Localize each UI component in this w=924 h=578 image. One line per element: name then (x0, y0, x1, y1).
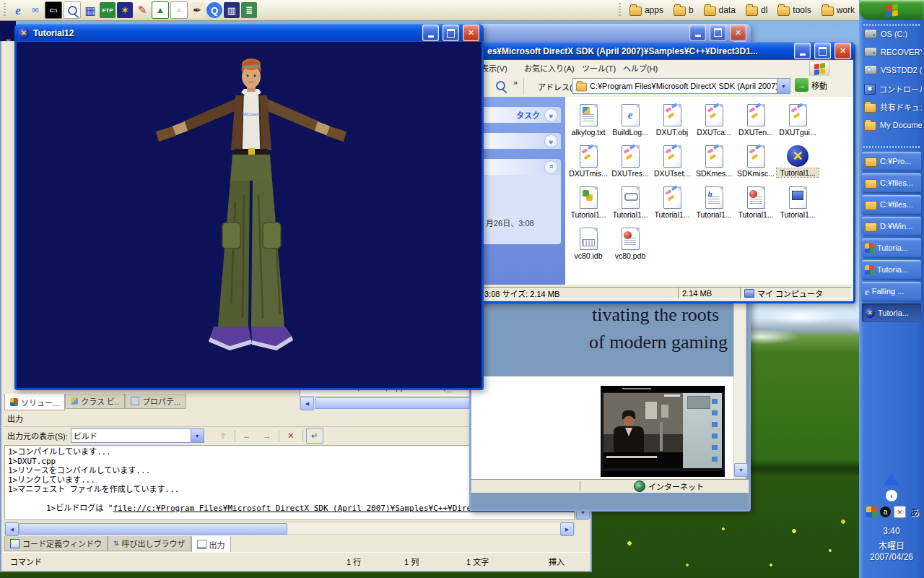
command-prompt-icon[interactable]: C:\ (45, 1, 62, 19)
file-item[interactable]: Tutorial1... (609, 182, 651, 223)
menu-tools[interactable]: ツール(T) (582, 62, 616, 74)
taskbar-button[interactable]: C:¥files... (862, 173, 921, 192)
file-item[interactable]: vc80.idb (567, 223, 609, 264)
taskbar-button-active[interactable]: ✕Tutoria... (862, 303, 921, 322)
vtc-tray-icon[interactable] (884, 473, 899, 486)
explorer-titlebar[interactable]: es¥Microsoft DirectX SDK (April 2007)¥Sa… (462, 42, 855, 60)
toolbar-overflow-chevron[interactable]: » (513, 78, 518, 87)
next-message-icon[interactable]: → (258, 428, 276, 444)
toolbar-grip[interactable] (619, 3, 621, 17)
search-document-icon[interactable] (64, 1, 81, 19)
start-button[interactable] (859, 0, 924, 20)
taskbar-grip[interactable] (863, 24, 920, 26)
media-library-icon[interactable]: ≣ (241, 2, 257, 18)
menu-favorites[interactable]: お気に入り(A) (524, 62, 575, 74)
folder-shortcut-dl[interactable]: dl (746, 4, 767, 16)
taskbar-button[interactable]: C:¥files... (862, 195, 921, 214)
taskbar-button[interactable]: Tutoria... (862, 238, 921, 257)
scroll-left-button[interactable]: ◀ (300, 397, 314, 410)
file-item[interactable]: DXUTgui... (777, 100, 819, 141)
taskbar-item-vsstdd2[interactable]: VSSTDD2 (E (864, 65, 922, 74)
folder-shortcut-tools[interactable]: tools (777, 4, 811, 16)
maximize-button[interactable] (443, 25, 459, 41)
word-wrap-icon[interactable]: ↵ (306, 428, 323, 444)
tutorial12-titlebar[interactable]: ✕ Tutorial12 ✕ (14, 24, 484, 42)
file-item[interactable]: eBuildLog... (609, 100, 651, 141)
tab-call-browser[interactable]: ⇅ 呼び出しブラウザ (108, 536, 191, 551)
chevron-down-icon[interactable]: » (544, 108, 558, 122)
graphics-app-icon[interactable]: ✶ (117, 2, 133, 18)
taskbar-item-recovery[interactable]: RECOVERY (864, 47, 922, 56)
menu-view[interactable]: 表示(V) (481, 62, 507, 74)
menu-help[interactable]: ヘルプ(H) (623, 62, 658, 74)
folder-shortcut-work[interactable]: work (821, 4, 855, 16)
taskbar-item-control-panel[interactable]: ✱コントロール パ (864, 83, 922, 95)
output-hscrollbar[interactable]: ◀ ▶ (4, 522, 575, 535)
minimize-button[interactable] (689, 25, 706, 41)
file-item[interactable]: Tutorial1... (651, 182, 693, 223)
browser-titlebar[interactable]: ✕ (469, 24, 751, 41)
taskbar-item-shared-docs[interactable]: 共有ドキュメン (864, 101, 922, 113)
taskbar-grip[interactable] (863, 146, 920, 148)
device-disabled-tray-icon[interactable]: ✕ (894, 506, 906, 518)
file-item[interactable]: DXUTca... (693, 100, 735, 141)
address-combobox[interactable]: C:¥Program Files¥Microsoft DirectX SDK (… (572, 78, 790, 94)
taskbar-button[interactable]: eFalling ... (862, 282, 921, 301)
tab-output[interactable]: 出力 (191, 536, 231, 553)
scroll-down-button[interactable]: ▼ (734, 463, 748, 477)
hide-tray-icons-button[interactable]: ‹ (886, 490, 897, 501)
close-button[interactable]: ✕ (463, 25, 479, 41)
file-item[interactable]: vc80.pdb (609, 223, 651, 264)
ink-pen-icon[interactable]: ✒ (189, 2, 205, 18)
taskbar-item-os-c[interactable]: OS (C:) (864, 29, 922, 38)
file-item[interactable]: Tutorial1... (567, 182, 609, 223)
movie-maker-icon[interactable]: ▥ (224, 2, 240, 18)
file-item-selected[interactable]: ✕Tutorial1... (777, 141, 819, 182)
scroll-left-button[interactable]: ◀ (5, 522, 19, 536)
chevron-up-icon[interactable]: » (544, 160, 558, 174)
chevron-down-icon[interactable]: ▼ (191, 429, 204, 442)
file-item[interactable]: DXUTset... (651, 141, 693, 182)
file-item[interactable]: DXUTmis... (567, 141, 609, 182)
taskbar-button[interactable]: Tutoria... (862, 260, 921, 279)
file-item[interactable]: DXUTres... (609, 141, 651, 182)
document-icon[interactable]: ≡ (170, 1, 188, 19)
internet-explorer-icon[interactable]: e (10, 2, 26, 18)
tab-code-definition[interactable]: コード定義ウィンドウ (4, 536, 108, 551)
chevron-down-icon[interactable]: ▼ (777, 79, 790, 93)
close-button[interactable]: ✕ (730, 25, 746, 41)
folder-shortcut-apps[interactable]: apps (629, 4, 663, 16)
prev-message-icon[interactable]: ← (238, 428, 256, 444)
output-source-combobox[interactable]: ビルド ▼ (71, 428, 204, 443)
ime-tray-icon[interactable]: あ (909, 506, 920, 518)
tab-solution-explorer[interactable]: ソリュー... (4, 394, 65, 410)
goto-message-icon[interactable]: ⇧ (214, 428, 232, 444)
go-button[interactable]: → 移動 (795, 78, 827, 92)
minimize-button[interactable] (422, 25, 439, 41)
taskbar-button[interactable]: D:¥Win... (862, 217, 921, 236)
file-item[interactable]: SDKmes... (693, 141, 735, 182)
clear-all-icon[interactable]: ✕ (282, 428, 300, 444)
file-item[interactable]: SDKmisc... (735, 141, 777, 182)
file-item[interactable]: alkylog.txt (567, 100, 609, 141)
taskbar-item-my-documents[interactable]: My Documen (864, 119, 922, 131)
scroll-right-button[interactable]: ▶ (560, 522, 574, 536)
file-item[interactable]: DXUTen... (735, 100, 777, 141)
maximize-button[interactable] (814, 43, 831, 59)
search-icon[interactable] (496, 81, 505, 90)
ftp-client-icon[interactable]: FTP (100, 2, 116, 18)
folder-shortcut-b[interactable]: b (674, 4, 694, 16)
taskbar-button[interactable]: C:¥Pro... (862, 152, 921, 171)
visual-studio-tray-icon[interactable] (866, 506, 877, 517)
tab-class-view[interactable]: クラス ビ.. (65, 394, 125, 409)
toolbar-grip[interactable] (4, 3, 6, 17)
chevron-down-icon[interactable]: » (544, 134, 558, 148)
tab-properties[interactable]: プロパテ... (125, 394, 186, 409)
minimize-button[interactable] (794, 43, 811, 59)
file-item[interactable]: hTutorial1... (693, 182, 735, 223)
close-button[interactable]: ✕ (834, 43, 851, 59)
folder-shortcut-data[interactable]: data (704, 4, 736, 16)
file-item[interactable]: DXUT.obj (651, 100, 693, 141)
maximize-button[interactable] (710, 25, 726, 41)
video-thumbnail[interactable] (601, 386, 725, 477)
